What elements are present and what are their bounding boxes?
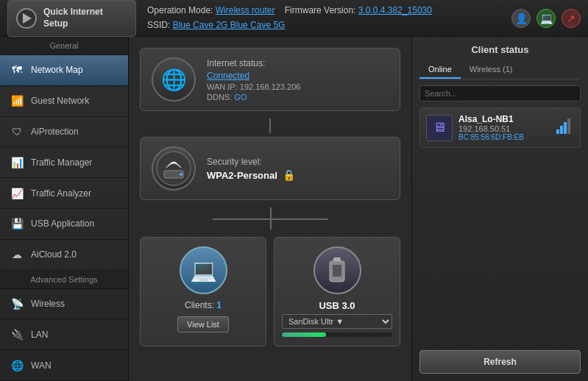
sidebar-label-aicloud: AiCloud 2.0: [31, 249, 77, 260]
sidebar-label-usb-application: USB Application: [31, 218, 94, 229]
clients-count: 1: [216, 300, 222, 310]
sidebar-label-guest-network: Guest Network: [31, 96, 89, 106]
internet-card: 🌐 Internet status: Connected WAN IP: 192…: [140, 48, 400, 111]
branch-connector: [155, 207, 386, 229]
router-card: Security level: WPA2-Personal 🔒: [140, 137, 400, 200]
sidebar-item-traffic-analyzer[interactable]: 📈 Traffic Analyzer: [0, 178, 128, 209]
top-info: Operation Mode: Wireless router Firmware…: [136, 4, 511, 32]
aicloud-icon: ☁: [9, 246, 25, 263]
ddns-label: DDNS:: [207, 93, 232, 102]
user-icon-button[interactable]: 👤: [511, 9, 531, 28]
client-panel-title: Client status: [419, 44, 581, 55]
operation-mode-value[interactable]: Wireless router: [216, 5, 275, 15]
main-layout: General 🗺 Network Map 📶 Guest Network 🛡 …: [0, 37, 588, 381]
client-mac: BC:85:56:6D:FB:EB: [458, 133, 556, 141]
tab-wireless[interactable]: Wireless (1): [461, 61, 522, 79]
sidebar-label-network-map: Network Map: [31, 65, 83, 75]
svg-rect-8: [556, 129, 559, 134]
top-bar: Quick Internet Setup Operation Mode: Wir…: [0, 0, 588, 37]
firmware-value[interactable]: 3.0.0.4.382_15030: [358, 5, 432, 15]
firmware-label: Firmware Version:: [285, 5, 356, 15]
network-map-area: 🌐 Internet status: Connected WAN IP: 192…: [129, 37, 411, 381]
client-search-input[interactable]: [419, 85, 581, 102]
usb-device-icon: [314, 246, 361, 294]
wifi-icon-button[interactable]: ↗: [562, 9, 581, 28]
clients-text-label: Clients:: [185, 300, 214, 310]
sidebar-item-traffic-manager[interactable]: 📊 Traffic Manager: [0, 147, 128, 178]
usb-device-select[interactable]: SanDisk Ultr ▼: [282, 314, 392, 329]
tab-online[interactable]: Online: [419, 61, 461, 79]
signal-strength-icon: [556, 118, 574, 138]
quick-setup-label: Quick Internet Setup: [43, 7, 103, 29]
refresh-button[interactable]: Refresh: [419, 350, 581, 374]
security-level-value: WPA2-Personal 🔒: [207, 169, 389, 181]
client-list-item: 🖥 Alsa_Lo-NB1 192.168.50.51 BC:85:56:6D:…: [419, 107, 581, 148]
svg-point-2: [157, 152, 191, 185]
sidebar-advanced-title: Advanced Settings: [0, 271, 128, 289]
usb-label: USB 3.0: [319, 300, 355, 311]
client-device-icon: 💻: [180, 246, 227, 294]
client-info: Alsa_Lo-NB1 192.168.50.51 BC:85:56:6D:FB…: [458, 114, 556, 141]
svg-rect-11: [567, 118, 570, 134]
sidebar-label-wan: WAN: [31, 360, 52, 371]
client-name: Alsa_Lo-NB1: [458, 114, 556, 124]
lan-icon: 🔌: [9, 327, 25, 343]
sidebar-label-traffic-manager: Traffic Manager: [31, 157, 92, 168]
client-status-panel: Client status Online Wireless (1) 🖥 Alsa…: [411, 37, 588, 381]
clients-card: 💻 Clients: 1 View List: [140, 237, 266, 346]
sidebar-general-title: General: [0, 37, 128, 55]
internet-status-label: Internet status:: [207, 58, 389, 68]
internet-globe-icon: 🌐: [152, 57, 196, 102]
quick-setup-icon: [15, 7, 38, 29]
client-tabs: Online Wireless (1): [419, 61, 581, 79]
svg-rect-10: [564, 122, 567, 134]
sidebar-item-network-map[interactable]: 🗺 Network Map: [0, 55, 128, 86]
usb-application-icon: 💾: [9, 216, 25, 232]
router-icon: [152, 146, 196, 190]
sidebar-label-lan: LAN: [31, 330, 48, 340]
ddns-info: DDNS: GO: [207, 93, 389, 102]
sidebar-label-aiprotection: AiProtection: [31, 127, 79, 137]
sidebar-item-wan[interactable]: 🌐 WAN: [0, 350, 128, 381]
client-ip: 192.168.50.51: [458, 124, 556, 133]
wan-icon: 🌐: [9, 357, 25, 374]
sidebar: General 🗺 Network Map 📶 Guest Network 🛡 …: [0, 37, 129, 381]
svg-point-4: [180, 173, 183, 176]
sidebar-item-guest-network[interactable]: 📶 Guest Network: [0, 86, 128, 117]
content-area: 🌐 Internet status: Connected WAN IP: 192…: [129, 37, 588, 381]
sidebar-item-usb-application[interactable]: 💾 USB Application: [0, 209, 128, 240]
sidebar-item-aiprotection[interactable]: 🛡 AiProtection: [0, 117, 128, 148]
guest-network-icon: 📶: [9, 93, 25, 109]
network-map-icon: 🗺: [9, 62, 25, 78]
sidebar-item-lan[interactable]: 🔌 LAN: [0, 319, 128, 350]
wan-ip: WAN IP: 192.168.123.206: [207, 82, 389, 91]
sidebar-item-wireless[interactable]: 📡 Wireless: [0, 289, 128, 320]
sidebar-label-wireless: Wireless: [31, 299, 65, 309]
view-list-button[interactable]: View List: [177, 316, 229, 332]
clients-label: Clients: 1: [185, 300, 222, 310]
usb-progress-bar: [282, 332, 326, 337]
svg-rect-7: [333, 265, 341, 277]
traffic-analyzer-icon: 📈: [9, 185, 25, 202]
security-level-label: Security level:: [207, 157, 389, 167]
ssid-label: SSID:: [147, 20, 170, 30]
router-info: Security level: WPA2-Personal 🔒: [207, 157, 389, 181]
ssid-value[interactable]: Blue Cave 2G Blue Cave 5G: [173, 20, 286, 30]
usb-svg: [326, 257, 348, 284]
client-device-icon: 🖥: [426, 115, 453, 141]
top-icons: 👤 💻 ↗: [511, 9, 581, 28]
sidebar-item-aicloud[interactable]: ☁ AiCloud 2.0: [0, 240, 128, 271]
quick-setup-button[interactable]: Quick Internet Setup: [7, 0, 136, 37]
bottom-row: 💻 Clients: 1 View List: [140, 237, 400, 346]
aiprotection-icon: 🛡: [9, 124, 25, 140]
ddns-link[interactable]: GO: [234, 93, 247, 102]
svg-rect-9: [560, 126, 563, 134]
signal-svg: [556, 118, 574, 134]
line-1: [269, 118, 271, 133]
sidebar-label-traffic-analyzer: Traffic Analyzer: [31, 188, 91, 199]
internet-status-value[interactable]: Connected: [207, 71, 389, 81]
wireless-icon: 📡: [9, 296, 25, 312]
router-svg: [155, 150, 192, 187]
usb-card: USB 3.0 SanDisk Ultr ▼: [274, 237, 400, 346]
status-icon-button[interactable]: 💻: [536, 9, 556, 28]
